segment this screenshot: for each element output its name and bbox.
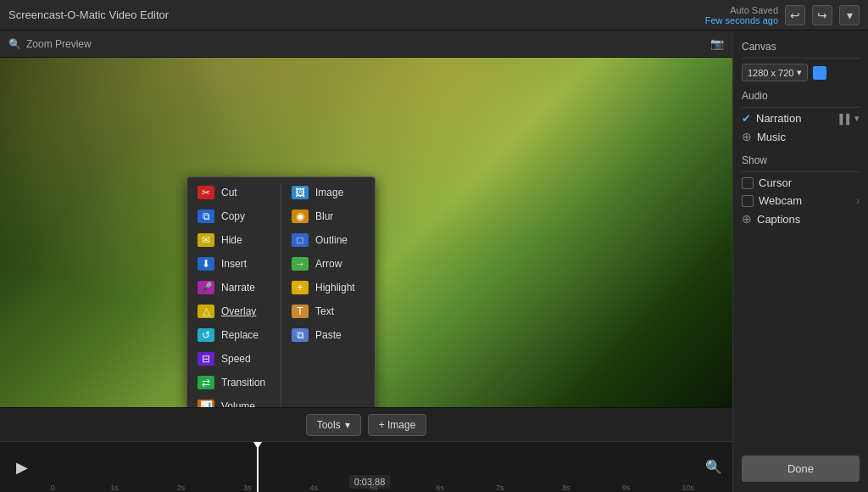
- menu-item-insert[interactable]: ⬇ Insert: [187, 252, 281, 276]
- show-section: Show Cursor Webcam › ⊕ Captions: [742, 154, 860, 228]
- hide-label: Hide: [221, 234, 242, 246]
- canvas-section: Canvas 1280 x 720 ▾: [742, 41, 860, 81]
- copy-label: Copy: [221, 210, 245, 222]
- narrate-icon: 🎤: [198, 281, 214, 294]
- outline-label: Outline: [315, 234, 348, 246]
- highlight-icon: +: [292, 281, 309, 294]
- search-timeline-button[interactable]: 🔍: [702, 456, 726, 479]
- narration-bars-icon: ▐▐: [836, 114, 849, 124]
- autosave-time: Few seconds ago: [705, 15, 778, 25]
- replace-label: Replace: [221, 329, 259, 341]
- menu-item-outline[interactable]: □ Outline: [281, 228, 375, 252]
- menu-item-copy[interactable]: ⧉ Copy: [187, 204, 281, 228]
- menu-item-narrate[interactable]: 🎤 Narrate: [187, 276, 281, 299]
- image-label: Image: [315, 187, 343, 198]
- image-icon: 🖼: [292, 186, 309, 199]
- tick-5s: 5s: [370, 484, 378, 492]
- narration-chevron-icon: ▾: [854, 113, 860, 124]
- show-title: Show: [742, 154, 860, 166]
- menu-item-arrow[interactable]: → Arrow: [281, 252, 375, 276]
- menu-item-paste[interactable]: ⧉ Paste: [281, 323, 375, 347]
- canvas-color-box[interactable]: [813, 66, 826, 80]
- done-button[interactable]: Done: [742, 456, 860, 482]
- cursor-item: Cursor: [742, 174, 860, 192]
- blur-label: Blur: [315, 210, 333, 222]
- timeline: ▶ 0:03.88 0 1s 2s 3s 4s 5s 6s 7s 8s 9s 1…: [0, 441, 732, 492]
- timeline-track[interactable]: 0:03.88 0 1s 2s 3s 4s 5s 6s 7s 8s 9s 10s: [37, 442, 702, 492]
- transition-label: Transition: [221, 377, 265, 389]
- context-menu: ✂ Cut ⧉ Copy ✉ Hide ⬇ Insert: [186, 176, 376, 407]
- music-item[interactable]: ⊕ Music: [742, 127, 860, 146]
- narration-item: ✔ Narration ▐▐ ▾: [742, 109, 860, 127]
- context-menu-col1: ✂ Cut ⧉ Copy ✉ Hide ⬇ Insert: [187, 181, 281, 407]
- menu-item-cut[interactable]: ✂ Cut: [187, 181, 281, 204]
- music-label: Music: [757, 131, 786, 143]
- tick-8s: 8s: [562, 484, 570, 492]
- webcam-checkbox[interactable]: [742, 195, 754, 207]
- menu-item-overlay[interactable]: △ Overlay: [187, 299, 281, 323]
- add-image-button[interactable]: + Image: [368, 414, 427, 436]
- cut-label: Cut: [221, 187, 237, 198]
- audio-section: Audio ✔ Narration ▐▐ ▾ ⊕ Music: [742, 90, 860, 146]
- right-panel: Canvas 1280 x 720 ▾ Audio ✔ Narration ▐▐…: [732, 31, 868, 492]
- webcam-item: Webcam ›: [742, 192, 860, 210]
- copy-icon: ⧉: [198, 210, 214, 223]
- captions-item[interactable]: ⊕ Captions: [742, 210, 860, 228]
- text-label: Text: [315, 305, 334, 317]
- webcam-chevron-icon: ›: [856, 195, 860, 207]
- more-button[interactable]: ▾: [839, 5, 860, 25]
- menu-item-replace[interactable]: ↺ Replace: [187, 323, 281, 347]
- tools-label: Tools: [317, 419, 341, 431]
- tools-button[interactable]: Tools ▾: [306, 414, 361, 436]
- insert-label: Insert: [221, 258, 247, 270]
- canvas-size-select[interactable]: 1280 x 720 ▾: [742, 64, 808, 81]
- menu-item-text[interactable]: T Text: [281, 299, 375, 323]
- webcam-label: Webcam: [759, 194, 802, 207]
- insert-icon: ⬇: [198, 257, 214, 271]
- undo-button[interactable]: ↩: [785, 5, 805, 25]
- autosave-label: Auto Saved: [730, 5, 778, 15]
- tick-0: 0: [51, 484, 55, 492]
- canvas-divider: [742, 58, 860, 59]
- text-icon: T: [292, 305, 309, 318]
- tick-6s: 6s: [436, 484, 444, 492]
- narration-check-icon: ✔: [742, 112, 751, 125]
- overlay-label: Overlay: [221, 305, 256, 317]
- play-button[interactable]: ▶: [7, 452, 37, 483]
- captions-plus-icon: ⊕: [742, 212, 752, 226]
- arrow-icon: →: [292, 257, 309, 271]
- camera-icon: 📷: [710, 37, 724, 50]
- menu-item-hide[interactable]: ✉ Hide: [187, 228, 281, 252]
- menu-item-speed[interactable]: ⊟ Speed: [187, 347, 281, 371]
- narration-label: Narration: [756, 112, 831, 125]
- menu-item-blur[interactable]: ◉ Blur: [281, 204, 375, 228]
- canvas-size-value: 1280 x 720: [748, 68, 793, 78]
- context-menu-col2: 🖼 Image ◉ Blur □ Outline → Arrow: [281, 181, 375, 407]
- audio-title: Audio: [742, 90, 860, 102]
- speed-icon: ⊟: [198, 352, 214, 366]
- tick-9s: 9s: [622, 484, 631, 492]
- titlebar: Screencast-O-Matic Video Editor Auto Sav…: [0, 0, 868, 31]
- video-preview: ✂ Cut ⧉ Copy ✉ Hide ⬇ Insert: [0, 58, 732, 407]
- tick-10s: 10s: [682, 484, 694, 492]
- paste-label: Paste: [315, 329, 342, 341]
- menu-item-highlight[interactable]: + Highlight: [281, 276, 375, 299]
- hide-icon: ✉: [198, 233, 214, 247]
- menu-item-volume[interactable]: 📊 Volume: [187, 394, 281, 407]
- menu-item-image[interactable]: 🖼 Image: [281, 181, 375, 204]
- show-divider: [742, 171, 860, 172]
- cursor-checkbox[interactable]: [742, 177, 754, 189]
- cut-icon: ✂: [198, 186, 214, 199]
- arrow-label: Arrow: [315, 258, 342, 270]
- app-title: Screencast-O-Matic Video Editor: [8, 8, 169, 21]
- tick-4s: 4s: [309, 484, 318, 492]
- tick-7s: 7s: [496, 484, 504, 492]
- menu-item-transition[interactable]: ⇄ Transition: [187, 371, 281, 394]
- speed-label: Speed: [221, 353, 251, 365]
- tick-1s: 1s: [110, 484, 119, 492]
- redo-button[interactable]: ↪: [812, 5, 832, 25]
- bottom-toolbar: Tools ▾ + Image: [0, 407, 732, 441]
- replace-icon: ↺: [198, 328, 214, 342]
- volume-icon: 📊: [198, 400, 214, 407]
- tools-arrow-icon: ▾: [345, 419, 350, 431]
